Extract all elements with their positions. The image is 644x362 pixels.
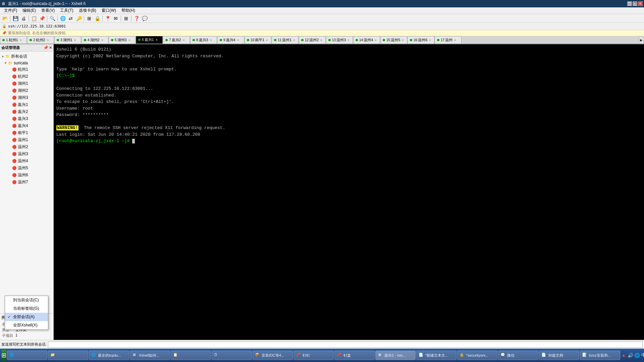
tab-tab8[interactable]: 8 嘉兴3 ✕ (190, 36, 217, 44)
restore-button[interactable]: ❐ (633, 1, 637, 6)
tab-close-icon[interactable]: ✕ (74, 39, 76, 42)
menu-help[interactable]: 帮助(H) (119, 7, 138, 14)
tree-server-温州2[interactable]: ▶ 🔴 温州2 (0, 143, 53, 150)
tray-ime-icon[interactable]: 中 (641, 353, 644, 358)
tree-server-杭州2[interactable]: ▶ 🔴 杭州2 (0, 73, 53, 80)
tab-close-icon[interactable]: ✕ (266, 39, 268, 42)
tab-tab12[interactable]: 12 温州2 ✕ (299, 36, 326, 44)
taskbar-xshell-help[interactable]: 🖥 Xshell如何... (130, 351, 170, 360)
tab-tab2[interactable]: 2 杭州2 ✕ (27, 36, 54, 44)
tb-compose[interactable]: ✉ (112, 15, 119, 22)
sidebar-pin-icon[interactable]: 📌 (44, 46, 48, 50)
minimize-button[interactable]: — (627, 1, 632, 6)
tab-tab13[interactable]: 13 温州3 ✕ (326, 36, 353, 44)
tab-tab10[interactable]: 10 南平1 ✕ (245, 36, 271, 44)
taskbar-wechat[interactable]: 💬 微信 (498, 351, 538, 360)
tab-close-icon[interactable]: ✕ (128, 39, 131, 42)
tree-server-温州4[interactable]: ▶ 🔴 温州4 (0, 158, 53, 165)
tb-transfer[interactable]: ⇄ (67, 15, 74, 22)
taskbar-task6[interactable]: 🗒 (212, 351, 252, 360)
taskbar-dingtalk[interactable]: 📌 钉钉 (293, 351, 334, 360)
tabs-more-button[interactable]: ▶ (639, 36, 644, 44)
tb-save[interactable]: 💾 (12, 15, 19, 22)
tray-volume-icon[interactable]: 🔊 (628, 353, 633, 358)
tree-server-湖州2[interactable]: ▶ 🔴 湖州2 (0, 87, 53, 94)
tab-close-icon[interactable]: ✕ (155, 38, 158, 42)
tray-network-icon[interactable]: 🌐 (634, 353, 640, 358)
tab-tab11[interactable]: 11 温州1 ✕ (272, 36, 299, 44)
tray-up-icon[interactable]: 🔺 (621, 353, 626, 358)
tree-server-温州6[interactable]: ▶ 🔴 温州6 (0, 172, 53, 179)
tb-globe[interactable]: 🌐 (59, 15, 66, 22)
menu-file[interactable]: 文件(F) (1, 7, 20, 14)
tb-chat[interactable]: 💬 (141, 15, 148, 22)
tab-tab3[interactable]: 3 湖州1 ✕ (54, 36, 81, 44)
menu-edit[interactable]: 编辑(E) (20, 7, 39, 14)
tree-server-湖州1[interactable]: ▶ 🔴 湖州1 (0, 80, 53, 87)
ctx-all-sessions[interactable]: ✓ 全部会话(A) (5, 313, 48, 321)
tb-question[interactable]: ❓ (133, 15, 140, 22)
tab-close-icon[interactable]: ✕ (47, 39, 49, 42)
taskbar-jiaxing1[interactable]: 🖥 嘉兴1 - roo... (375, 351, 416, 360)
ctx-all-xshell[interactable]: 全部Xshell(X) (5, 321, 48, 329)
tab-close-icon[interactable]: ✕ (210, 39, 212, 42)
taskbar-tcpdu[interactable]: 🌐 最全的tcpdu... (89, 351, 129, 360)
tree-server-杭州1[interactable]: ▶ 🔴 杭州1 (0, 66, 53, 73)
taskbar-explorer[interactable]: 📁 (48, 351, 88, 360)
tab-close-icon[interactable]: ✕ (429, 39, 431, 42)
tab-close-icon[interactable]: ✕ (182, 39, 185, 42)
tb-expand[interactable]: ⊞ (122, 15, 130, 22)
tree-server-湖州3[interactable]: ▶ 🔴 湖州3 (0, 94, 53, 101)
tree-server-温州3[interactable]: ▶ 🔴 温州3 (0, 150, 53, 158)
close-button[interactable]: ✕ (638, 1, 643, 6)
tb-paste[interactable]: 📌 (38, 15, 46, 22)
tree-server-嘉兴3[interactable]: ▶ 🔴 嘉兴3 (0, 115, 53, 122)
tree-all-sessions[interactable]: ▼ 📁 所有会话 (0, 53, 53, 60)
tree-server-嘉兴4[interactable]: ▶ 🔴 嘉兴4 (0, 122, 53, 129)
tab-close-icon[interactable]: ✕ (320, 39, 323, 42)
tab-tab14[interactable]: 14 温州4 ✕ (353, 36, 380, 44)
tab-close-icon[interactable]: ✕ (101, 39, 104, 42)
tree-server-温州5[interactable]: ▶ 🔴 温州5 (0, 165, 53, 172)
tab-tab5[interactable]: 5 湖州3 ✕ (109, 36, 136, 44)
taskbar-newfile[interactable]: 📄 *新建文本文... (416, 351, 457, 360)
ctx-current-tab-group[interactable]: 当前标签组(G) (5, 304, 48, 313)
tb-marker[interactable]: 📍 (104, 15, 111, 22)
tb-print[interactable]: 🖨 (20, 15, 27, 22)
bottom-input[interactable] (48, 342, 643, 348)
tree-server-温州7[interactable]: ▶ 🔴 温州7 (0, 179, 53, 186)
tab-tab1[interactable]: 1 杭州1 ✕ (0, 36, 27, 44)
tab-close-icon[interactable]: ✕ (347, 39, 350, 42)
tb-find[interactable]: 🔍 (49, 15, 56, 22)
tree-server-嘉兴2[interactable]: ▶ 🔴 嘉兴2 (0, 108, 53, 115)
tab-tab4[interactable]: 4 湖州2 ✕ (82, 36, 108, 44)
taskbar-ie[interactable]: 🌐 (7, 351, 47, 360)
tree-server-南平1[interactable]: ▶ 🔴 南平1 (0, 129, 53, 136)
tree-server-嘉兴1[interactable]: ▶ 🔴 嘉兴1 (0, 101, 53, 108)
terminal[interactable]: Xshell 6 (Build 0121) Copyright (c) 2002… (54, 44, 644, 340)
tb-copy[interactable]: 📋 (30, 15, 38, 22)
taskbar-clipboard[interactable]: 📌 钉盘 (334, 351, 375, 360)
tab-tab9[interactable]: 9 嘉兴4 ✕ (217, 36, 244, 44)
taskbar-idc[interactable]: 📦 安装IDC等4... (253, 351, 293, 360)
menu-window[interactable]: 窗口(W) (99, 7, 119, 14)
tab-close-icon[interactable]: ✕ (237, 39, 239, 42)
ctx-current-session[interactable]: 到当前会话(C) (5, 296, 48, 304)
tab-tab17[interactable]: 17 温州 ✕ (435, 36, 462, 44)
tb-lock[interactable]: 🔒 (94, 15, 101, 22)
tb-new-session[interactable]: 📂 (1, 15, 9, 22)
tab-close-icon[interactable]: ✕ (19, 39, 22, 42)
menu-options[interactable]: 选项卡(B) (76, 7, 99, 14)
tree-server-温州1[interactable]: ▶ 🔴 温州1 (0, 136, 53, 143)
taskbar-wps[interactable]: 📝 lrzsz安装和... (580, 351, 620, 360)
tab-tab6[interactable]: 6 嘉兴1 ✕ (136, 36, 163, 44)
tab-tab7[interactable]: 7 嘉兴2 ✕ (163, 36, 190, 44)
sidebar-close-icon[interactable]: ✕ (49, 46, 52, 50)
tab-close-icon[interactable]: ✕ (293, 39, 296, 42)
taskbar-security[interactable]: 🔒 *securityoni... (457, 351, 497, 360)
tab-tab15[interactable]: 15 温州5 ✕ (380, 36, 407, 44)
taskbar-word30[interactable]: 📄 30篇文档 (539, 351, 579, 360)
tab-tab16[interactable]: 16 温州6 ✕ (408, 36, 434, 44)
tab-close-icon[interactable]: ✕ (454, 39, 457, 42)
menu-view[interactable]: 查看(V) (39, 7, 57, 14)
